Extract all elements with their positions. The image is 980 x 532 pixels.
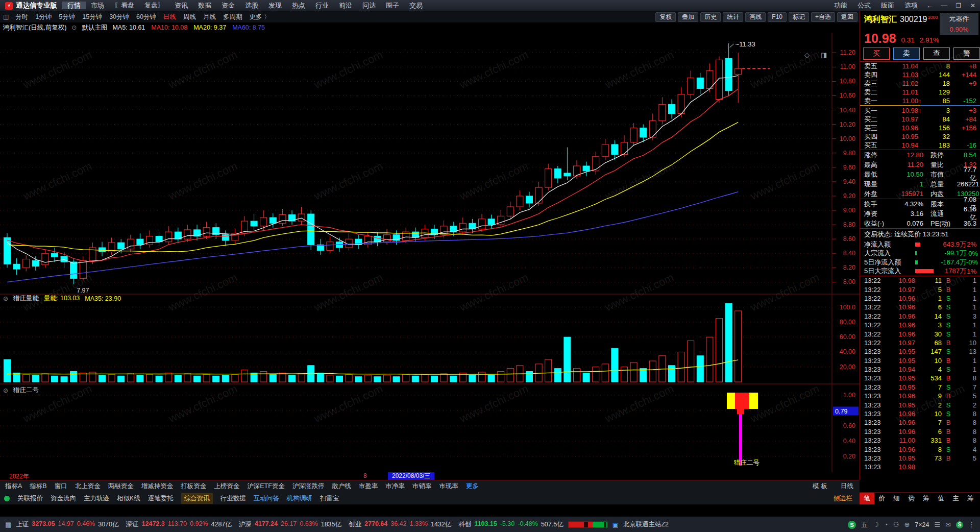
menu-item-11[interactable]: 前沿 xyxy=(334,2,357,9)
menu-item-10[interactable]: 行业 xyxy=(310,2,334,9)
tool-3[interactable]: 统计 xyxy=(723,12,743,22)
chevron-circle-icon[interactable]: ⊙ xyxy=(71,24,77,31)
menu-item-7[interactable]: 选股 xyxy=(240,2,263,9)
indicator-tab-11[interactable]: 市盈率 xyxy=(359,482,378,491)
info-tab-6[interactable]: 行业数据 xyxy=(220,494,246,503)
panel-tab-5[interactable]: 值 xyxy=(934,493,948,504)
timeframe-5[interactable]: 60分钟 xyxy=(133,11,160,22)
bell-icon[interactable]: ◔ xyxy=(884,521,888,528)
timeframe-10[interactable]: 更多 〉 xyxy=(246,11,274,22)
menu-item-13[interactable]: 圈子 xyxy=(381,2,404,9)
ask-row[interactable]: 卖一11.00↑85-152 xyxy=(860,96,980,105)
timeframe-7[interactable]: 周线 xyxy=(180,11,200,22)
index-quote-3[interactable]: 创业2770.6436.421.33%1432亿 xyxy=(349,520,451,529)
diamond-icon[interactable]: ◇ xyxy=(804,51,810,59)
info-tab-0[interactable]: 关联报价 xyxy=(17,494,43,503)
kline-chart[interactable]: 11.2011.0010.8010.6010.4010.2010.009.809… xyxy=(0,33,860,472)
template-button[interactable]: 模板 xyxy=(813,482,829,491)
tool-7[interactable]: +自选 xyxy=(811,12,835,22)
info-tab-3[interactable]: 相似K线 xyxy=(117,494,140,503)
indicator-tab-4[interactable]: 两融资金 xyxy=(108,482,134,491)
bid-row[interactable]: 买五10.94183-16 xyxy=(860,141,980,150)
tool-0[interactable]: 复权 xyxy=(655,12,676,22)
moon-icon[interactable]: ☽ xyxy=(873,521,879,528)
timeframe-1[interactable]: 1分钟 xyxy=(32,11,55,22)
menu-item-5[interactable]: 数据 xyxy=(193,2,216,9)
indicator-tab-14[interactable]: 市现率 xyxy=(439,482,458,491)
back-icon[interactable]: ← xyxy=(923,0,937,11)
minimize-icon[interactable]: — xyxy=(937,0,951,11)
indicator-tab-8[interactable]: 沪深ETF资金 xyxy=(247,482,285,491)
users-icon[interactable]: ⚇ xyxy=(893,521,899,528)
close-icon[interactable]: ✕ xyxy=(966,0,980,11)
indicator-tab-7[interactable]: 上榜资金 xyxy=(214,482,239,491)
plus-icon[interactable]: ⊕ xyxy=(904,521,910,528)
menu-right-item-3[interactable]: 选项 xyxy=(899,0,923,11)
wu-label[interactable]: 五 xyxy=(861,520,868,529)
query-button[interactable]: 查 xyxy=(923,47,950,60)
tool-1[interactable]: 叠加 xyxy=(678,12,698,22)
tool-6[interactable]: 标记 xyxy=(789,12,809,22)
indicator-tab-5[interactable]: 增减持资金 xyxy=(141,482,174,491)
panel-tab-0[interactable]: 笔 xyxy=(860,493,874,504)
timeframe-8[interactable]: 月线 xyxy=(200,11,219,22)
alert-button[interactable]: 警 xyxy=(953,47,980,60)
indicator-tab-13[interactable]: 市销率 xyxy=(412,482,432,491)
indicator-tab-0[interactable]: 指标A xyxy=(5,482,22,491)
bid-row[interactable]: 买四10.9532 xyxy=(860,132,980,141)
panel-tab-6[interactable]: 主 xyxy=(948,493,963,504)
info-tab-5[interactable]: 综合资讯 xyxy=(181,493,213,504)
period-label[interactable]: 日线 xyxy=(841,482,853,491)
bid-row[interactable]: 买二10.9784+84 xyxy=(860,115,980,124)
tool-2[interactable]: 历史 xyxy=(700,12,721,22)
info-tab-7[interactable]: 互动问答 xyxy=(254,494,279,503)
info-tab-2[interactable]: 主力轨迹 xyxy=(84,494,109,503)
buy-button[interactable]: 买 xyxy=(863,47,890,60)
layout-icon[interactable]: ◫ xyxy=(0,13,12,20)
info-tab-9[interactable]: 扫雷宝 xyxy=(320,494,339,503)
timeframe-0[interactable]: 分时 xyxy=(12,11,32,22)
menu-right-item-0[interactable]: 功能 xyxy=(829,0,852,11)
menu-item-2[interactable]: 〖看盘 xyxy=(109,2,139,9)
menu-item-14[interactable]: 交易 xyxy=(404,2,428,9)
list-icon[interactable]: ☰ xyxy=(934,521,940,528)
menu-item-3[interactable]: 复盘〗 xyxy=(139,2,169,9)
s-logo-icon[interactable]: S xyxy=(848,521,856,529)
ask-row[interactable]: 卖四11.03144+144 xyxy=(860,70,980,79)
menu-item-12[interactable]: 问达 xyxy=(357,2,381,9)
ask-row[interactable]: 卖三11.0218+9 xyxy=(860,79,980,88)
info-tab-1[interactable]: 资金流向 xyxy=(51,494,76,503)
timeframe-2[interactable]: 5分钟 xyxy=(55,11,79,22)
panel-tab-2[interactable]: 细 xyxy=(889,493,904,504)
tool-8[interactable]: 返回 xyxy=(837,12,857,22)
timeframe-9[interactable]: 多周期 xyxy=(219,11,246,22)
panel-tab-3[interactable]: 势 xyxy=(904,493,919,504)
restore-icon[interactable]: ❐ xyxy=(951,0,966,11)
split-view-icon[interactable]: ◨ xyxy=(821,51,827,59)
s-badge-icon[interactable]: S xyxy=(956,521,963,528)
timeframe-6[interactable]: 日线 xyxy=(160,11,180,22)
tool-5[interactable]: F10 xyxy=(768,12,787,22)
industry-box[interactable]: 元器件 0.90% xyxy=(940,13,978,35)
panel-tab-7[interactable]: 筹 xyxy=(963,493,978,504)
menu-item-0[interactable]: 行情 xyxy=(62,2,86,9)
indicator-tab-15[interactable]: 更多 xyxy=(466,482,479,491)
index-quote-4[interactable]: 科创1103.15-5.30-0.48%507.5亿 xyxy=(458,520,563,529)
index-quote-0[interactable]: 上证3273.0514.970.46%3070亿 xyxy=(16,520,118,529)
indicator-tab-10[interactable]: 散户线 xyxy=(332,482,351,491)
menu-item-8[interactable]: 发现 xyxy=(263,2,287,9)
menu-right-item-1[interactable]: 公式 xyxy=(852,0,876,11)
ask-row[interactable]: 卖二11.01129 xyxy=(860,88,980,96)
info-tab-8[interactable]: 机构调研 xyxy=(287,494,312,503)
kebab-icon[interactable]: ⋮ xyxy=(968,521,975,528)
indicator-tab-3[interactable]: 北上资金 xyxy=(75,482,101,491)
bid-row[interactable]: 买三10.96156+156 xyxy=(860,124,980,132)
panel-tab-4[interactable]: 筹 xyxy=(919,493,934,504)
indicator-tab-12[interactable]: 市净率 xyxy=(385,482,405,491)
timeframe-4[interactable]: 30分钟 xyxy=(106,11,133,22)
indicator-tab-6[interactable]: 打板资金 xyxy=(181,482,206,491)
bid-row[interactable]: 买一10.98↑3+3 xyxy=(860,106,980,115)
sidebar-toggle[interactable]: 侧边栏 xyxy=(834,494,860,503)
menu-item-6[interactable]: 资金 xyxy=(216,2,240,9)
index-quote-1[interactable]: 深证12472.3113.700.92%4287亿 xyxy=(126,520,232,529)
